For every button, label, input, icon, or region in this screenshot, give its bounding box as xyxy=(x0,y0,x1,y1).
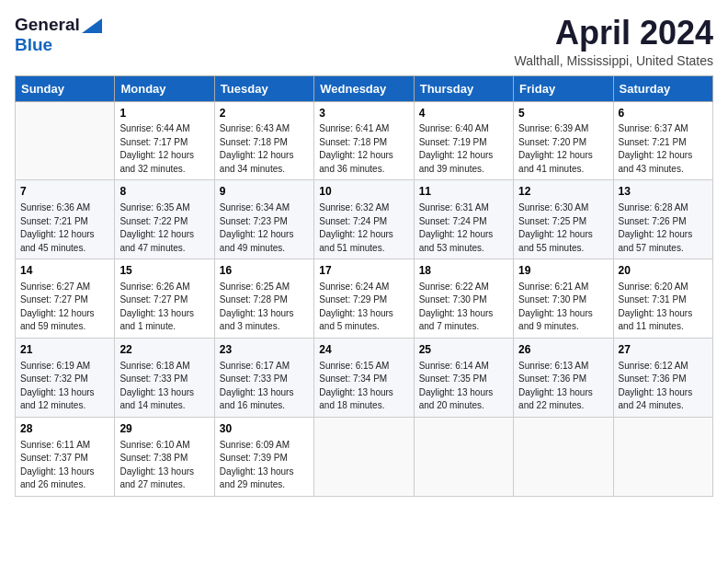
month-title: April 2024 xyxy=(514,15,713,52)
day-cell: 2Sunrise: 6:43 AMSunset: 7:18 PMDaylight… xyxy=(214,101,313,180)
day-info: Sunrise: 6:20 AMSunset: 7:31 PMDaylight:… xyxy=(619,281,708,334)
week-row-2: 7Sunrise: 6:36 AMSunset: 7:21 PMDaylight… xyxy=(16,180,713,259)
day-cell xyxy=(514,417,613,496)
day-number: 6 xyxy=(619,106,708,121)
day-cell: 6Sunrise: 6:37 AMSunset: 7:21 PMDaylight… xyxy=(613,101,712,180)
day-cell xyxy=(314,417,414,496)
day-number: 17 xyxy=(319,263,408,279)
day-number: 24 xyxy=(319,342,408,358)
day-info: Sunrise: 6:10 AMSunset: 7:38 PMDaylight:… xyxy=(119,439,209,492)
day-info: Sunrise: 6:17 AMSunset: 7:33 PMDaylight:… xyxy=(220,360,309,413)
day-cell: 10Sunrise: 6:32 AMSunset: 7:24 PMDayligh… xyxy=(314,180,414,259)
day-cell: 1Sunrise: 6:44 AMSunset: 7:17 PMDaylight… xyxy=(115,101,214,180)
logo: General Blue xyxy=(15,15,102,55)
day-cell: 11Sunrise: 6:31 AMSunset: 7:24 PMDayligh… xyxy=(414,180,513,259)
day-cell: 3Sunrise: 6:41 AMSunset: 7:18 PMDaylight… xyxy=(314,101,414,180)
day-number: 2 xyxy=(220,106,309,121)
col-header-friday: Friday xyxy=(514,75,613,101)
day-number: 10 xyxy=(319,184,408,200)
day-number: 11 xyxy=(419,184,508,200)
day-info: Sunrise: 6:24 AMSunset: 7:29 PMDaylight:… xyxy=(319,281,408,334)
day-number: 5 xyxy=(518,106,608,121)
day-number: 9 xyxy=(220,184,309,200)
title-block: April 2024 Walthall, Mississippi, United… xyxy=(514,15,713,68)
day-cell: 19Sunrise: 6:21 AMSunset: 7:30 PMDayligh… xyxy=(514,259,613,339)
day-info: Sunrise: 6:35 AMSunset: 7:22 PMDaylight:… xyxy=(119,201,209,255)
col-header-tuesday: Tuesday xyxy=(214,75,313,101)
day-number: 1 xyxy=(119,106,209,121)
svg-marker-0 xyxy=(82,18,102,33)
day-number: 25 xyxy=(419,342,508,358)
day-cell: 14Sunrise: 6:27 AMSunset: 7:27 PMDayligh… xyxy=(16,259,115,339)
day-cell xyxy=(613,417,712,496)
col-header-sunday: Sunday xyxy=(16,75,115,101)
day-info: Sunrise: 6:36 AMSunset: 7:21 PMDaylight:… xyxy=(20,201,109,255)
day-cell: 15Sunrise: 6:26 AMSunset: 7:27 PMDayligh… xyxy=(115,259,214,339)
day-info: Sunrise: 6:37 AMSunset: 7:21 PMDaylight:… xyxy=(619,122,708,176)
day-cell: 26Sunrise: 6:13 AMSunset: 7:36 PMDayligh… xyxy=(514,338,613,417)
day-cell: 20Sunrise: 6:20 AMSunset: 7:31 PMDayligh… xyxy=(613,259,712,339)
day-info: Sunrise: 6:32 AMSunset: 7:24 PMDaylight:… xyxy=(319,201,408,255)
col-header-monday: Monday xyxy=(115,75,214,101)
day-number: 3 xyxy=(319,106,408,121)
day-info: Sunrise: 6:27 AMSunset: 7:27 PMDaylight:… xyxy=(20,281,109,334)
day-info: Sunrise: 6:21 AMSunset: 7:30 PMDaylight:… xyxy=(518,281,608,334)
day-cell: 9Sunrise: 6:34 AMSunset: 7:23 PMDaylight… xyxy=(214,180,313,259)
day-cell: 4Sunrise: 6:40 AMSunset: 7:19 PMDaylight… xyxy=(414,101,513,180)
col-header-wednesday: Wednesday xyxy=(314,75,414,101)
week-row-5: 28Sunrise: 6:11 AMSunset: 7:37 PMDayligh… xyxy=(16,417,713,496)
day-info: Sunrise: 6:11 AMSunset: 7:37 PMDaylight:… xyxy=(20,439,109,492)
day-info: Sunrise: 6:13 AMSunset: 7:36 PMDaylight:… xyxy=(518,360,608,413)
day-info: Sunrise: 6:40 AMSunset: 7:19 PMDaylight:… xyxy=(419,122,508,176)
day-cell: 7Sunrise: 6:36 AMSunset: 7:21 PMDaylight… xyxy=(16,180,115,259)
day-number: 14 xyxy=(20,263,109,279)
day-cell: 12Sunrise: 6:30 AMSunset: 7:25 PMDayligh… xyxy=(514,180,613,259)
day-info: Sunrise: 6:15 AMSunset: 7:34 PMDaylight:… xyxy=(319,360,408,413)
day-number: 29 xyxy=(119,421,209,437)
day-number: 28 xyxy=(20,421,109,437)
day-cell: 29Sunrise: 6:10 AMSunset: 7:38 PMDayligh… xyxy=(115,417,214,496)
day-number: 21 xyxy=(20,342,109,358)
day-number: 4 xyxy=(419,106,508,121)
day-info: Sunrise: 6:14 AMSunset: 7:35 PMDaylight:… xyxy=(419,360,508,413)
page-header: General Blue April 2024 Walthall, Missis… xyxy=(15,15,713,68)
logo-icon xyxy=(82,18,102,33)
col-header-thursday: Thursday xyxy=(414,75,513,101)
day-cell: 13Sunrise: 6:28 AMSunset: 7:26 PMDayligh… xyxy=(613,180,712,259)
day-info: Sunrise: 6:39 AMSunset: 7:20 PMDaylight:… xyxy=(518,122,608,176)
day-number: 16 xyxy=(220,263,309,279)
day-info: Sunrise: 6:31 AMSunset: 7:24 PMDaylight:… xyxy=(419,201,508,255)
day-cell: 16Sunrise: 6:25 AMSunset: 7:28 PMDayligh… xyxy=(214,259,313,339)
day-info: Sunrise: 6:44 AMSunset: 7:17 PMDaylight:… xyxy=(119,122,209,176)
logo-general: General xyxy=(15,15,80,35)
day-cell: 22Sunrise: 6:18 AMSunset: 7:33 PMDayligh… xyxy=(115,338,214,417)
day-cell: 8Sunrise: 6:35 AMSunset: 7:22 PMDaylight… xyxy=(115,180,214,259)
day-cell xyxy=(16,101,115,180)
logo-blue: Blue xyxy=(15,35,52,54)
day-cell: 27Sunrise: 6:12 AMSunset: 7:36 PMDayligh… xyxy=(613,338,712,417)
day-info: Sunrise: 6:12 AMSunset: 7:36 PMDaylight:… xyxy=(619,360,708,413)
day-number: 7 xyxy=(20,184,109,200)
day-cell: 28Sunrise: 6:11 AMSunset: 7:37 PMDayligh… xyxy=(16,417,115,496)
day-info: Sunrise: 6:25 AMSunset: 7:28 PMDaylight:… xyxy=(220,281,309,334)
day-number: 8 xyxy=(119,184,209,200)
day-cell: 25Sunrise: 6:14 AMSunset: 7:35 PMDayligh… xyxy=(414,338,513,417)
day-cell xyxy=(414,417,513,496)
day-info: Sunrise: 6:26 AMSunset: 7:27 PMDaylight:… xyxy=(119,281,209,334)
week-row-1: 1Sunrise: 6:44 AMSunset: 7:17 PMDaylight… xyxy=(16,101,713,180)
day-number: 27 xyxy=(619,342,708,358)
day-cell: 17Sunrise: 6:24 AMSunset: 7:29 PMDayligh… xyxy=(314,259,414,339)
day-number: 19 xyxy=(518,263,608,279)
day-number: 12 xyxy=(518,184,608,200)
location: Walthall, Mississippi, United States xyxy=(514,53,713,68)
day-cell: 24Sunrise: 6:15 AMSunset: 7:34 PMDayligh… xyxy=(314,338,414,417)
day-number: 18 xyxy=(419,263,508,279)
day-cell: 23Sunrise: 6:17 AMSunset: 7:33 PMDayligh… xyxy=(214,338,313,417)
day-number: 22 xyxy=(119,342,209,358)
day-cell: 30Sunrise: 6:09 AMSunset: 7:39 PMDayligh… xyxy=(214,417,313,496)
day-info: Sunrise: 6:28 AMSunset: 7:26 PMDaylight:… xyxy=(619,201,708,255)
day-info: Sunrise: 6:22 AMSunset: 7:30 PMDaylight:… xyxy=(419,281,508,334)
day-info: Sunrise: 6:19 AMSunset: 7:32 PMDaylight:… xyxy=(20,360,109,413)
col-header-saturday: Saturday xyxy=(613,75,712,101)
day-number: 20 xyxy=(619,263,708,279)
